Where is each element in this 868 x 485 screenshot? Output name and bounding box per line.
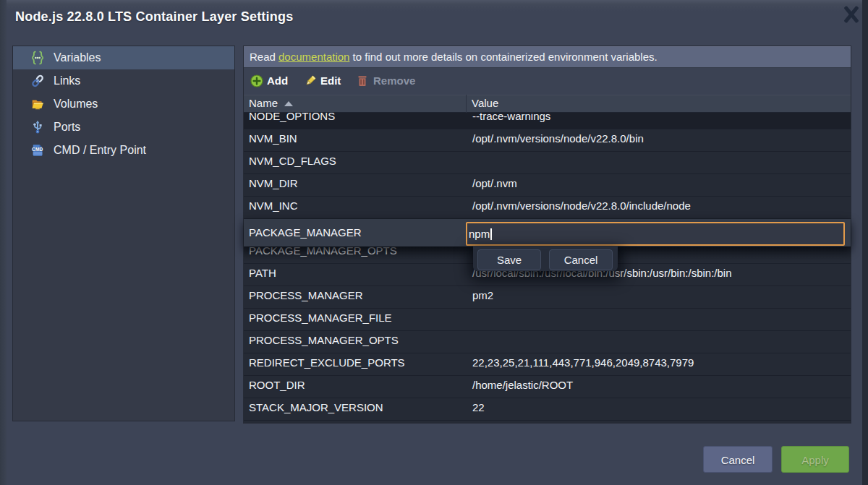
variable-value-cell: 22,23,25,21,111,443,771,946,2049,8743,79…: [472, 356, 694, 369]
braces-icon: [30, 51, 45, 65]
variable-name-cell: ROOT_DIR: [249, 379, 305, 391]
sidebar-item-label: Volumes: [54, 98, 98, 111]
save-button[interactable]: Save: [477, 249, 541, 270]
info-text-prefix: Read: [250, 51, 278, 63]
table-row[interactable]: ROOT_DIR/home/jelastic/ROOT: [244, 376, 851, 398]
cmd-icon: CMD: [30, 143, 45, 158]
variable-name-cell: PROCESS_MANAGER_OPTS: [249, 334, 399, 346]
editor-cancel-button[interactable]: Cancel: [549, 249, 613, 270]
sidebar-item-label: Variables: [54, 51, 101, 64]
grid-toolbar: Add Edit: [244, 68, 851, 95]
table-row[interactable]: STACK_MAJOR_VERSION22: [244, 398, 851, 421]
sidebar-item-volumes[interactable]: Volumes: [13, 93, 234, 116]
add-button[interactable]: Add: [250, 68, 289, 95]
table-row[interactable]: NVM_INC/opt/.nvm/versions/node/v22.8.0/i…: [244, 197, 851, 219]
table-row[interactable]: PROCESS_MANAGERpm2: [244, 286, 851, 309]
table-row[interactable]: REDIRECT_EXCLUDE_PORTS22,23,25,21,111,44…: [244, 353, 851, 376]
variable-name-cell: REDIRECT_EXCLUDE_PORTS: [249, 356, 405, 369]
add-icon: [250, 74, 263, 87]
sidebar: VariablesLinksVolumesPortsCMDCMD / Entry…: [12, 46, 235, 421]
table-row[interactable]: PROCESS_MANAGER_OPTS: [244, 331, 851, 353]
row-editor-name-cell: PACKAGE_MANAGER: [249, 226, 362, 239]
sidebar-item-links[interactable]: Links: [13, 69, 234, 93]
add-button-label: Add: [267, 74, 288, 87]
dialog-apply-button[interactable]: Apply: [781, 446, 849, 473]
edit-button[interactable]: Edit: [304, 68, 344, 95]
table-row[interactable]: NVM_DIR/opt/.nvm: [244, 174, 851, 197]
variable-value-cell: /opt/.nvm/versions/node/v22.8.0/bin: [472, 132, 644, 145]
table-row[interactable]: NVM_BIN/opt/.nvm/versions/node/v22.8.0/b…: [244, 129, 851, 152]
edit-button-label: Edit: [320, 74, 341, 87]
value-edit-input[interactable]: npm: [466, 222, 845, 246]
sidebar-item-cmd-entry-point[interactable]: CMDCMD / Entry Point: [13, 139, 234, 162]
container-layer-settings-dialog: Node.js 22.8.0 LTS Container Layer Setti…: [0, 0, 868, 485]
row-editor-buttons: Save Cancel: [473, 246, 618, 271]
sidebar-item-label: Ports: [54, 121, 80, 134]
column-header-value[interactable]: Value: [472, 97, 498, 109]
variable-name-cell: NVM_DIR: [249, 177, 298, 189]
variable-value-cell: /home/jelastic/ROOT: [472, 379, 573, 391]
remove-button-label: Remove: [373, 74, 415, 87]
svg-text:CMD: CMD: [32, 147, 43, 152]
info-text-suffix: to find out more details on containerize…: [349, 51, 657, 63]
remove-trash-icon: [356, 74, 369, 87]
variable-value-cell: 22: [472, 401, 485, 413]
variable-name-cell: STACK_MAJOR_VERSION: [249, 401, 383, 413]
dialog-cancel-button[interactable]: Cancel: [703, 446, 773, 473]
info-bar: Read documentation to find out more deta…: [244, 46, 851, 68]
sidebar-item-label: CMD / Entry Point: [54, 144, 146, 157]
sidebar-item-variables[interactable]: Variables: [13, 46, 234, 69]
table-row[interactable]: NODE_OPTIONS--trace-warnings: [244, 113, 851, 129]
edit-pencil-icon: [304, 74, 317, 87]
column-separator[interactable]: [466, 95, 467, 113]
usb-icon: [30, 120, 45, 134]
variable-name-cell: PROCESS_MANAGER: [249, 289, 363, 301]
table-row[interactable]: NVM_CD_FLAGS: [244, 152, 851, 174]
dialog-title: Node.js 22.8.0 LTS Container Layer Setti…: [15, 9, 293, 25]
variable-value-cell: --trace-warnings: [472, 113, 550, 122]
table-row[interactable]: PROCESS_MANAGER_FILE: [244, 309, 851, 331]
variable-name-cell: NVM_CD_FLAGS: [249, 155, 336, 167]
variable-value-cell: pm2: [472, 289, 493, 301]
sidebar-item-label: Links: [54, 74, 80, 87]
sort-ascending-icon: [284, 101, 293, 106]
dialog-left-edge: [0, 0, 7, 485]
sidebar-item-ports[interactable]: Ports: [13, 116, 234, 139]
documentation-link[interactable]: documentation: [278, 51, 349, 63]
variable-name-cell: NODE_OPTIONS: [249, 113, 335, 122]
variable-value-cell: /opt/.nvm/versions/node/v22.8.0/include/…: [472, 199, 691, 212]
remove-button[interactable]: Remove: [356, 68, 417, 95]
column-header-name[interactable]: Name: [249, 97, 278, 109]
variable-name-cell: PROCESS_MANAGER_FILE: [249, 312, 392, 324]
dialog-right-edge: [862, 0, 868, 485]
variable-value-cell: /opt/.nvm: [472, 177, 517, 189]
close-icon[interactable]: [841, 4, 861, 25]
variable-name-cell: NVM_INC: [249, 199, 298, 212]
folder-icon: [30, 97, 45, 111]
variable-name-cell: PATH: [249, 267, 276, 279]
chain-icon: [30, 74, 45, 88]
text-cursor: [490, 228, 492, 240]
variable-name-cell: NVM_BIN: [249, 132, 297, 145]
grid-header: Name Value: [244, 95, 851, 113]
